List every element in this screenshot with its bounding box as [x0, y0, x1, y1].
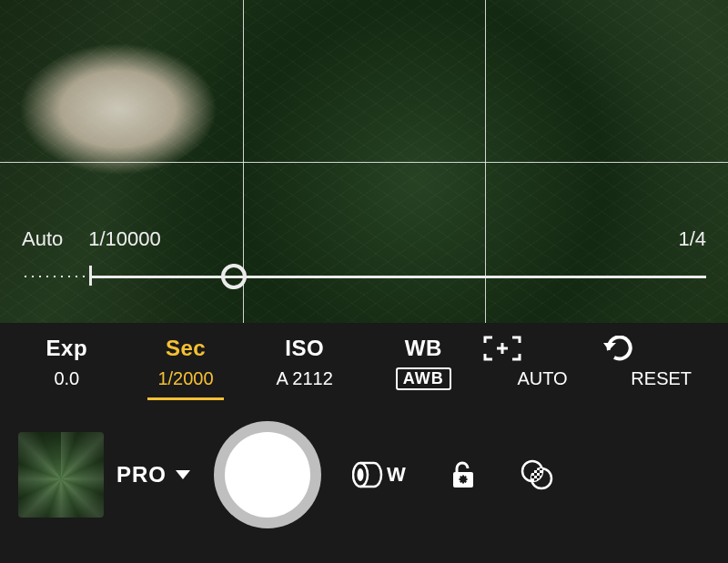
settings-lock-toggle[interactable] [448, 459, 479, 490]
viewfinder[interactable]: Auto 1/10000 1/4 [0, 0, 728, 323]
focus-bracket-icon [483, 336, 602, 361]
svg-point-1 [358, 468, 364, 481]
setting-value: 0.0 [7, 368, 126, 389]
slider-labels: Auto 1/10000 1/4 [0, 227, 728, 258]
setting-label: WB [364, 336, 483, 361]
grid-line-v1 [243, 0, 244, 323]
mode-label: PRO [116, 462, 167, 488]
lens-wide-toggle[interactable]: W [352, 461, 406, 488]
slider-handle[interactable] [221, 264, 247, 289]
setting-label: ISO [245, 336, 364, 361]
setting-value: 1/2000 [126, 368, 246, 389]
chevron-down-icon [176, 470, 190, 479]
setting-iso[interactable]: ISO A 2112 [245, 336, 364, 398]
setting-value: A 2112 [245, 368, 364, 389]
shutter-inner [225, 432, 310, 518]
setting-exposure[interactable]: Exp 0.0 [7, 336, 126, 398]
setting-white-balance[interactable]: WB AWB [364, 336, 483, 399]
setting-reset[interactable]: RESET [602, 336, 721, 398]
slider-track [92, 276, 706, 278]
grid-line-v2 [485, 0, 486, 323]
grid-line-h1 [0, 162, 728, 163]
shutter-button[interactable] [214, 421, 321, 528]
filters-icon [521, 459, 553, 490]
undo-icon [602, 336, 721, 361]
lens-icon [352, 461, 383, 488]
slider-tick [89, 266, 92, 286]
slider-dotted-segment [22, 275, 89, 278]
slider-min-value: 1/10000 [88, 227, 161, 251]
setting-shutter-sec[interactable]: Sec 1/2000 [126, 336, 246, 398]
setting-value: AUTO [483, 368, 602, 389]
filters-button[interactable] [521, 459, 553, 490]
camera-app: Auto 1/10000 1/4 Exp 0.0 Sec 1/2000 [0, 0, 728, 563]
setting-focus[interactable]: AUTO [483, 336, 602, 398]
settings-row: Exp 0.0 Sec 1/2000 ISO A 2112 WB AWB [0, 323, 728, 407]
capture-row: PRO W [0, 407, 728, 543]
awb-badge: AWB [396, 367, 451, 390]
setting-value: RESET [602, 368, 721, 389]
setting-label: Sec [126, 336, 246, 361]
setting-label: Exp [7, 336, 126, 361]
controls-panel: Exp 0.0 Sec 1/2000 ISO A 2112 WB AWB [0, 323, 728, 563]
shutter-speed-slider[interactable] [22, 258, 706, 295]
slider-min-auto: Auto [22, 227, 63, 251]
gallery-thumbnail[interactable] [18, 432, 104, 518]
mode-selector[interactable]: PRO [116, 462, 190, 488]
unlock-gear-icon [448, 459, 479, 490]
shutter-speed-slider-area: Auto 1/10000 1/4 [0, 227, 728, 309]
slider-max-value: 1/4 [678, 227, 706, 251]
wide-label: W [387, 463, 406, 487]
